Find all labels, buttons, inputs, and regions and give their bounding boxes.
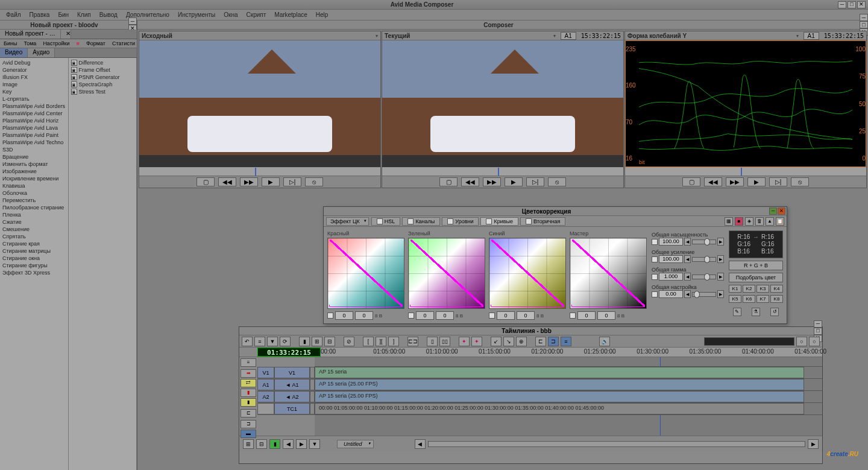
track-sync-btn[interactable] [310, 391, 315, 402]
tl-side-btn[interactable]: ▮ [241, 389, 256, 397]
curve-x-input[interactable]: 0 [577, 311, 596, 320]
effect-category[interactable]: PlasmaWipe Avid Center [2, 110, 66, 117]
tool-volumes[interactable]: Тома [21, 40, 39, 46]
rewind-button[interactable]: ◀◀ [218, 177, 236, 186]
cc-close-button[interactable]: ✕ [778, 208, 785, 215]
tl-tool[interactable]: ][ [376, 337, 386, 346]
preset-k6[interactable]: K6 [743, 295, 755, 303]
tl-tool[interactable]: ≡ [254, 337, 265, 346]
tl-tool[interactable]: ▯▯ [439, 337, 450, 346]
tl-side-btn[interactable]: ≡ [241, 358, 256, 367]
track-record-btn[interactable]: TC1 [274, 403, 310, 414]
effect-category[interactable]: S3D [2, 146, 66, 153]
slider-track[interactable] [692, 275, 716, 279]
effect-category[interactable]: PlasmaWipe Avid Techno [2, 139, 66, 146]
source-scrubber[interactable] [139, 167, 380, 176]
track-sync-btn[interactable] [310, 403, 315, 414]
menu-help[interactable]: Help [312, 10, 332, 19]
preset-k2[interactable]: K2 [743, 285, 755, 293]
tl-side-btn[interactable]: ⊐ [241, 420, 256, 428]
effect-category[interactable]: Изображение [2, 168, 66, 175]
slider-enable[interactable] [652, 291, 658, 297]
checkbox-icon[interactable] [447, 218, 453, 224]
slider-track[interactable] [692, 257, 716, 262]
checkbox-icon[interactable] [377, 218, 383, 224]
increase-button[interactable]: ▶ [717, 273, 724, 281]
project-min-button[interactable]: ─ [128, 17, 137, 25]
tl-bottom-btn[interactable]: ⊞ [243, 439, 254, 449]
tl-bottom-btn[interactable]: ⊟ [256, 439, 267, 449]
dropdown-icon[interactable]: ▾ [376, 33, 378, 39]
effect-category[interactable]: Искривление времени [2, 175, 66, 182]
menu-output[interactable]: Вывод [96, 10, 121, 19]
effect-category[interactable]: Клавиша [2, 182, 66, 189]
effects-list[interactable]: ▣Difference▣Frame Offset▣PSNR Generator▣… [69, 58, 137, 470]
tl-side-btn[interactable]: ➡ [241, 369, 256, 378]
tl-tool[interactable]: ⊟ [324, 337, 335, 346]
clear-button[interactable]: ⦸ [305, 177, 323, 186]
preset-k3[interactable]: K3 [756, 285, 769, 293]
fastfwd-button[interactable]: ▶▶ [240, 177, 258, 186]
curve-y-input[interactable]: 0 [517, 311, 535, 320]
effects-categories[interactable]: Avid DebugGeneratorIllusion FXImageKeyL-… [0, 58, 69, 470]
project-tab[interactable]: Новый проект - … [0, 30, 61, 39]
tool-icon[interactable]: ■ [74, 40, 82, 46]
cc-tool-icon[interactable]: ◈ [745, 217, 753, 226]
fastfwd-button[interactable]: ▶▶ [483, 177, 501, 186]
rewind-button[interactable]: ◀◀ [704, 177, 722, 186]
track-record-btn[interactable]: V1 [274, 367, 310, 378]
curve-enable-checkbox[interactable] [408, 313, 414, 319]
waveform-label[interactable]: Форма колебаний Y [627, 33, 791, 39]
tl-bottom-btn[interactable]: ▼ [309, 439, 320, 449]
cc-tool-icon[interactable]: 📋 [776, 217, 784, 226]
effect-category[interactable]: Image [2, 81, 66, 88]
slider-thumb[interactable] [694, 291, 700, 298]
bucket-icon[interactable]: ⚗ [752, 308, 760, 316]
effect-item[interactable]: ▣Frame Offset [71, 66, 134, 74]
decrease-button[interactable]: ◀ [684, 238, 691, 246]
track-source-btn[interactable]: A1 [257, 379, 274, 390]
cc-tool-icon[interactable]: 🗑 [755, 217, 764, 226]
track-source-btn[interactable]: A2 [257, 391, 274, 402]
effect-category[interactable]: Avid Debug [2, 59, 66, 66]
source-video[interactable] [139, 40, 380, 167]
effect-item[interactable]: ▣PSNR Generator [71, 74, 134, 81]
tl-tool[interactable]: ✦ [459, 337, 470, 346]
play-button[interactable]: ▶ [262, 177, 280, 186]
menu-script[interactable]: Скрипт [243, 10, 270, 19]
step-button[interactable]: ▷| [526, 177, 544, 186]
dropdown-icon[interactable]: ▾ [796, 33, 799, 39]
curve-red[interactable] [327, 238, 404, 309]
cc-tab-кривые[interactable]: Кривые [480, 217, 518, 226]
curve-enable-checkbox[interactable] [327, 313, 333, 319]
effect-item[interactable]: ▣Stress Test [71, 88, 134, 95]
curve-x-input[interactable]: 0 [497, 311, 515, 320]
stop-button[interactable]: ▢ [439, 177, 458, 186]
timeline-ruler[interactable]: 00:0001:05:00:0001:10:00:0001:15:00:0001… [321, 348, 822, 357]
effect-category[interactable]: PlasmaWipe Avid Borders [2, 103, 66, 110]
decrease-button[interactable]: ◀ [684, 290, 691, 298]
preset-k5[interactable]: K5 [729, 295, 741, 303]
tl-tool[interactable]: ⊞ [312, 337, 322, 346]
fastfwd-button[interactable]: ▶▶ [726, 177, 744, 186]
tl-bottom-btn[interactable]: ◀ [283, 439, 294, 449]
effect-category[interactable]: PlasmaWipe Avid Horiz [2, 117, 66, 124]
reset-icon[interactable]: ↺ [770, 308, 779, 316]
effect-category[interactable]: Изменить формат [2, 160, 66, 168]
cc-effect-dropdown[interactable]: Эффект ЦК [326, 217, 369, 226]
cc-min-button[interactable]: ─ [769, 208, 777, 215]
checkbox-icon[interactable] [526, 218, 532, 224]
slider-value[interactable]: 0.00 [659, 290, 683, 298]
menu-bin[interactable]: Бин [54, 10, 72, 19]
play-button[interactable]: ▶ [747, 177, 766, 186]
record-label[interactable]: Текущий [385, 33, 549, 39]
increase-button[interactable]: ▶ [717, 238, 724, 246]
audio-icon[interactable]: 🔊 [599, 337, 610, 346]
effect-category[interactable]: Стирание края [2, 240, 66, 247]
slider-enable[interactable] [652, 239, 658, 245]
record-video[interactable] [382, 40, 623, 167]
curve-enable-checkbox[interactable] [570, 313, 576, 319]
curve-blue[interactable] [489, 238, 566, 309]
tl-bottom-btn[interactable]: ▶ [808, 439, 819, 449]
curve-enable-checkbox[interactable] [489, 313, 495, 319]
